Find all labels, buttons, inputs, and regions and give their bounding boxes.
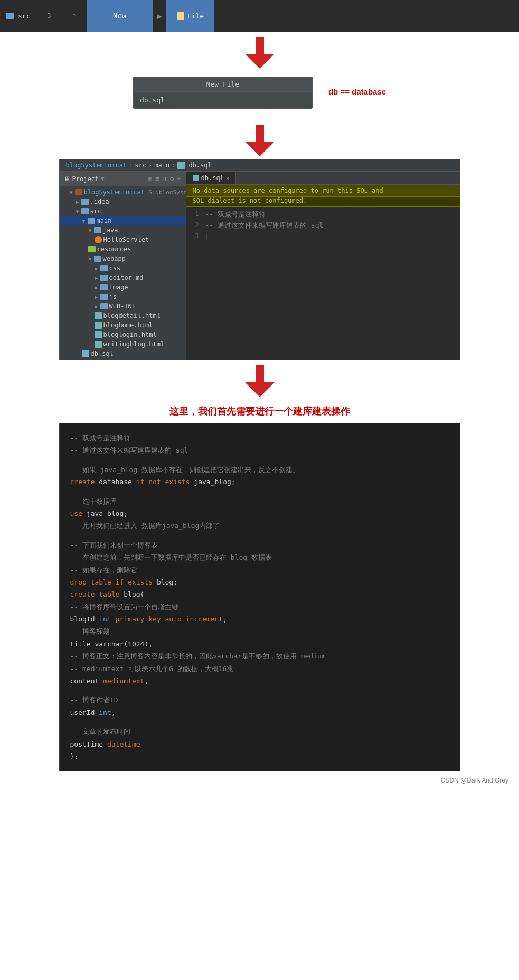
sidebar-collapse-icon[interactable]: ≡ — [155, 175, 159, 183]
editor-tab-dbsql[interactable]: db.sql ✕ — [186, 172, 237, 184]
sql-code-wrapper: -- 双减号是注释符 -- 通过这文件来编写建库建表的 sql -- 如果 ja… — [0, 423, 519, 771]
image-label: image — [109, 284, 128, 291]
sql-line-21: userId int, — [70, 706, 449, 719]
ide-wrapper: blogSystemTomcat › src › main › db.sql 🖥… — [0, 159, 519, 360]
breadcrumb-project: blogSystemTomcat — [66, 162, 127, 169]
src-label: src — [90, 208, 102, 215]
tree-row-main[interactable]: ▼ main — [60, 216, 186, 225]
editormd-label: editor.md — [109, 274, 144, 281]
tree-row-js[interactable]: ▶ js — [60, 292, 186, 301]
sql-code-section: -- 双减号是注释符 -- 通过这文件来编写建库建表的 sql -- 如果 ja… — [59, 423, 460, 771]
src-folder-icon — [81, 208, 89, 214]
webapp-label: webapp — [103, 255, 126, 262]
tree-row-project[interactable]: ▼ blogSystemTomcat G:\blogSystemTomcat — [60, 187, 186, 197]
tab-close[interactable]: ✕ — [226, 175, 230, 182]
folder-icon — [6, 13, 14, 19]
sql-line-3: -- 如果 java_blog 数据库不存在，则创建把它创建出来，反之不创建。 — [70, 464, 449, 476]
chevron-js: ▶ — [95, 295, 99, 299]
arrow3 — [245, 360, 275, 400]
main-label: main — [97, 217, 112, 224]
sql-line-18: -- mediumtext 可以表示几个G 的数据，大概16兆 — [70, 663, 449, 675]
file-icon — [177, 12, 184, 20]
tree-row-bloglogin[interactable]: bloglogin.html — [60, 330, 186, 340]
dbsql-label: db.sql — [91, 350, 114, 357]
sidebar-settings-icon[interactable]: ⚙ — [170, 175, 174, 183]
sidebar-toolbar: ⊕ ≡ ⇅ ⚙ − — [148, 175, 181, 183]
file-menu-item[interactable]: File — [166, 0, 214, 32]
top-bar-left: src — [0, 12, 36, 20]
sql-line-6: use java_blog; — [70, 507, 449, 520]
code-line-3: 3 | — [186, 231, 460, 242]
new-menu-item[interactable]: New — [87, 0, 153, 32]
tree-row-dbsql[interactable]: db.sql — [60, 349, 186, 359]
sidebar-minus-icon[interactable]: − — [177, 175, 182, 183]
blogdetail-icon — [95, 312, 102, 319]
project-name: blogSystemTomcat — [84, 189, 145, 196]
sql-line-20: -- 博客作者ID — [70, 694, 449, 706]
tree-row-writingblog[interactable]: writingblog.html — [60, 340, 186, 349]
top-bar: src 3 * New ▶ File — [0, 0, 519, 32]
sql-line-16: title varchar(1024), — [70, 638, 449, 650]
dbsql-icon — [82, 350, 89, 357]
project-folder-icon — [75, 189, 82, 195]
new-file-section: New File db == database — [0, 71, 519, 119]
js-folder-icon — [100, 294, 108, 300]
breadcrumb-src: src — [135, 162, 146, 169]
tree-row-webinf[interactable]: ▶ WEB-INF — [60, 301, 186, 311]
tree-item-root: ▼ blogSystemTomcat G:\blogSystemTomcat ▶… — [60, 186, 186, 360]
warning-bar-1: No data sources are configured to run th… — [186, 185, 460, 197]
footer: CSDN @Dark And Grey — [0, 771, 519, 789]
db-annotation: db == database — [328, 77, 386, 96]
webinf-folder-icon — [100, 303, 108, 309]
sql-empty-1 — [70, 457, 449, 464]
tree-row-java[interactable]: ▼ java — [60, 225, 186, 235]
resources-label: resources — [97, 246, 131, 253]
arrow-shaft-2 — [256, 125, 264, 142]
tree-row-bloghome[interactable]: bloghome.html — [60, 321, 186, 330]
webapp-folder-icon — [94, 256, 101, 262]
sql-line-17: -- 博客正文：注意博客内容是非常长的，因此varchar是不够的，故使用 me… — [70, 650, 449, 662]
tree-row-css[interactable]: ▶ css — [60, 263, 186, 273]
warning-bar-2: SQL dialect is not configured. — [186, 197, 460, 207]
tree-row-idea[interactable]: ▶ .idea — [60, 197, 186, 206]
ide-sidebar: 🖥 Project ▼ ⊕ ≡ ⇅ ⚙ − — [60, 172, 186, 360]
tree-row-image[interactable]: ▶ image — [60, 282, 186, 292]
tree-row-src[interactable]: ▼ src — [60, 206, 186, 216]
sql-empty-2 — [70, 488, 449, 495]
sidebar-sort-icon[interactable]: ⇅ — [163, 175, 167, 183]
blogdetail-label: blogdetail.html — [103, 312, 161, 319]
java-folder-icon — [94, 227, 101, 233]
code-line-2: 2 -- 通过这文件来编写建库建表的 sql — [186, 220, 460, 231]
tab-label: db.sql — [201, 174, 224, 182]
tree-row-editormd[interactable]: ▶ editor.md — [60, 273, 186, 282]
tree-row-webapp[interactable]: ▼ webapp — [60, 254, 186, 263]
arrow-right: ▶ — [153, 0, 166, 32]
css-folder-icon — [100, 265, 108, 271]
sidebar-dropdown-icon[interactable]: ▼ — [101, 175, 105, 182]
sql-line-22: -- 文章的发布时间 — [70, 725, 449, 738]
sql-line-12: create table blog( — [70, 588, 449, 600]
tree-row-resources[interactable]: resources — [60, 244, 186, 254]
chevron-webinf: ▶ — [95, 304, 99, 308]
folder-name: src — [18, 12, 30, 20]
js-label: js — [109, 293, 117, 300]
tree-row-blogdetail[interactable]: blogdetail.html — [60, 311, 186, 321]
sql-line-9: -- 在创建之前，先判断一下数据库中是否已经存在 blog 数据表 — [70, 551, 449, 563]
sql-line-23: postTime datetime — [70, 738, 449, 750]
sql-line-7: -- 此时我们已经进入 数据库java_blog内部了 — [70, 520, 449, 532]
main-folder-icon — [88, 218, 95, 224]
arrow-head-2 — [245, 142, 275, 156]
sql-line-2: -- 通过这文件来编写建库建表的 sql — [70, 444, 449, 456]
bloglogin-icon — [95, 331, 102, 338]
arrow1-container — [0, 32, 519, 71]
tree-row-helloservlet[interactable]: HelloServlet — [60, 235, 186, 244]
file-label: File — [187, 12, 204, 20]
writingblog-icon — [95, 341, 102, 348]
code-comment-2: -- 通过这文件来编写建库建表的 sql — [205, 220, 324, 231]
idea-folder-icon — [81, 199, 89, 205]
new-file-input[interactable] — [134, 92, 312, 108]
sql-line-11: drop table if exists blog; — [70, 576, 449, 588]
ide-section: blogSystemTomcat › src › main › db.sql 🖥… — [59, 159, 460, 360]
sidebar-locate-icon[interactable]: ⊕ — [148, 175, 152, 183]
bloghome-icon — [95, 322, 102, 329]
